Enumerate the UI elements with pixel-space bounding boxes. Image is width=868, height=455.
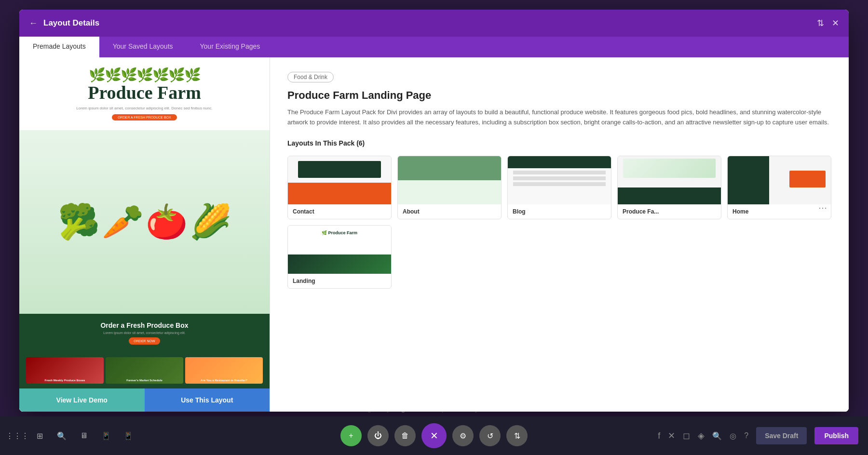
settings-button[interactable]: ⚙ [452,425,474,446]
farm-green-title: Order a Fresh Produce Box [29,321,260,329]
modal-body: 🌿🌿🌿🌿🌿🌿🌿 Produce Farm Lorem ipsum dolor s… [19,57,849,412]
preview-image-area: 🌿🌿🌿🌿🌿🌿🌿 Produce Farm Lorem ipsum dolor s… [19,57,270,388]
tab-premade-layouts[interactable]: Premade Layouts [19,37,99,57]
layout-title: Produce Farm Landing Page [287,89,831,102]
add-module-button[interactable]: + [340,425,362,446]
tablet-icon[interactable]: 📱 [98,428,114,443]
tab-existing-pages[interactable]: Your Existing Pages [187,37,274,57]
layout-card-label-landing: Landing [288,274,391,288]
mobile-icon[interactable]: 📱 [121,428,136,443]
modal-title: Layout Details [43,18,99,28]
grid-icon[interactable]: ⊞ [32,428,47,443]
modal-header-right: ⇅ ✕ [817,18,839,28]
delete-button[interactable]: 🗑 [394,425,416,446]
desktop-icon[interactable]: 🖥 [76,428,92,443]
layouts-heading: Layouts In This Pack (6) [287,139,831,147]
layout-card-contact[interactable]: Contact [287,156,392,219]
more-options-icon[interactable]: ⋯ [818,202,827,213]
toolbar-center: + ⏻ 🗑 ✕ ⚙ ↺ ⇅ [340,423,528,448]
layout-card-landing[interactable]: Landing [287,225,392,289]
layout-card-label-about: About [398,204,501,219]
layout-cards-row1: Contact About Blog [287,156,831,219]
farm-green-section: Order a Fresh Produce Box Lorem ipsum do… [19,314,270,352]
layout-card-label-contact: Contact [288,204,391,219]
detail-panel: Food & Drink Produce Farm Landing Page T… [270,57,849,412]
tab-saved-layouts[interactable]: Your Saved Layouts [99,37,187,57]
use-this-layout-button[interactable]: Use This Layout [145,388,270,412]
layout-card-about[interactable]: About [397,156,502,219]
layout-card-label-home: Home [728,204,831,219]
layout-card-label-blog: Blog [508,204,611,219]
layout-description: The Produce Farm Layout Pack for Divi pr… [287,107,831,128]
farm-order-btn: ORDER NOW [129,337,160,345]
layout-card-blog[interactable]: Blog [507,156,611,219]
help-icon[interactable]: ? [744,431,748,440]
divi-icon[interactable]: ◎ [730,431,736,441]
toolbar-right: f ✕ ◻ ◈ 🔍 ◎ ? Save Draft Publish [658,427,858,444]
farm-leaves-decoration: 🌿🌿🌿🌿🌿🌿🌿 [29,67,260,83]
farm-cta-badge: ORDER A FRESH PRODUCE BOX [112,114,176,120]
power-button[interactable]: ⏻ [367,425,389,446]
layout-card-img-landing [288,226,391,274]
bottom-toolbar: ⋮⋮⋮ ⊞ 🔍 🖥 📱 📱 + ⏻ 🗑 ✕ ⚙ ↺ ⇅ f ✕ ◻ ◈ 🔍 ◎ … [0,416,868,455]
category-badge: Food & Drink [287,72,334,82]
farm-thumb-2: Farmer's Market Schedule [106,357,183,384]
layout-card-img-contact [288,156,391,204]
farm-title: Produce Farm [29,83,260,103]
filter-icon[interactable]: ⇅ [817,18,824,28]
facebook-icon[interactable]: f [658,431,660,441]
toolbar-search-icon[interactable]: 🔍 [712,431,722,441]
modal-header-left: ← Layout Details [29,18,99,28]
toolbar-left: ⋮⋮⋮ ⊞ 🔍 🖥 📱 📱 [10,428,136,443]
farm-thumbnails: Fresh Weekly Produce Boxes Farmer's Mark… [19,352,270,388]
tabs-bar: Premade Layouts Your Saved Layouts Your … [19,37,849,57]
save-draft-button[interactable]: Save Draft [756,427,807,444]
farm-thumb-1: Fresh Weekly Produce Boxes [26,357,104,384]
farm-thumb-3: Are You a Restaurant or Reseller? [185,357,263,384]
publish-button[interactable]: Publish [814,427,858,444]
layout-card-img-about [398,156,501,204]
farm-green-sub: Lorem ipsum dolor sit amet, consectetur … [29,331,260,335]
close-builder-button[interactable]: ✕ [421,423,447,448]
hamburger-icon[interactable]: ⋮⋮⋮ [10,428,25,443]
twitter-x-icon[interactable]: ✕ [668,430,675,441]
more-settings-button[interactable]: ⇅ [506,425,528,446]
layout-card-home[interactable]: Home ⋯ [727,156,831,219]
farm-header: 🌿🌿🌿🌿🌿🌿🌿 Produce Farm Lorem ipsum dolor s… [19,57,270,130]
layout-card-produce[interactable]: Produce Fa... [617,156,721,219]
history-button[interactable]: ↺ [479,425,501,446]
rss-icon[interactable]: ◈ [698,430,705,441]
layout-card-img-blog [508,156,611,204]
layout-details-modal: ← Layout Details ⇅ ✕ Premade Layouts You… [19,10,849,412]
layout-card-img-home [728,156,831,204]
layout-cards-row2: Landing [287,225,831,289]
modal-header: ← Layout Details ⇅ ✕ [19,10,849,37]
preview-buttons: View Live Demo Use This Layout [19,388,270,412]
close-modal-icon[interactable]: ✕ [832,18,839,28]
farm-subtitle: Lorem ipsum dolor sit amet, consectetur … [29,106,260,110]
instagram-icon[interactable]: ◻ [683,430,690,441]
layout-card-img-produce [618,156,721,204]
search-icon[interactable]: 🔍 [54,428,69,443]
layout-card-label-produce: Produce Fa... [618,204,721,219]
back-icon[interactable]: ← [29,18,38,28]
farm-veggie-section: 🥦🥕🍅🌽 [19,130,270,314]
farm-layout-preview: 🌿🌿🌿🌿🌿🌿🌿 Produce Farm Lorem ipsum dolor s… [19,57,270,388]
view-live-demo-button[interactable]: View Live Demo [19,388,145,412]
preview-panel: 🌿🌿🌿🌿🌿🌿🌿 Produce Farm Lorem ipsum dolor s… [19,57,270,412]
